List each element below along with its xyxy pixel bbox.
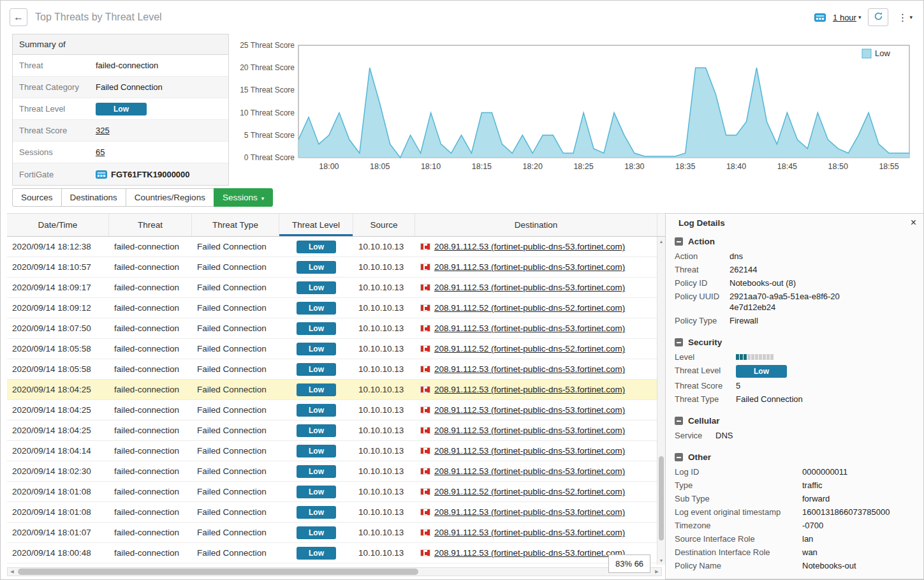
- legend-label-low[interactable]: Low: [875, 48, 890, 58]
- threat-level-badge: Low: [297, 343, 336, 355]
- column-header-threat[interactable]: Threat: [109, 214, 192, 236]
- more-menu-button[interactable]: ⋮ ▾: [895, 11, 914, 24]
- destination-link[interactable]: 208.91.112.53 (fortinet-public-dns-53.fo…: [434, 446, 625, 456]
- table-row[interactable]: 2020/09/14 18:01:08failed-connectionFail…: [7, 502, 665, 523]
- table-row[interactable]: 2020/09/14 18:04:25failed-connectionFail…: [7, 400, 665, 420]
- cell-source: 10.10.10.13: [353, 461, 415, 481]
- log-section-header[interactable]: Cellular: [675, 416, 915, 426]
- destination-link[interactable]: 208.91.112.52 (fortinet-public-dns-52.fo…: [434, 487, 625, 496]
- cell-threat-type: Failed Connection: [192, 502, 279, 522]
- table-row[interactable]: 2020/09/14 18:01:08failed-connectionFail…: [7, 482, 665, 502]
- summary-value: failed-connection: [96, 61, 158, 70]
- cell-destination: 208.91.112.52 (fortinet-public-dns-52.fo…: [415, 298, 657, 318]
- destination-link[interactable]: 208.91.112.53 (fortinet-public-dns-53.fo…: [434, 528, 625, 537]
- scrollbar-thumb[interactable]: [18, 569, 418, 575]
- log-section-header[interactable]: Action: [675, 237, 915, 246]
- cell-source: 10.10.10.13: [353, 380, 415, 399]
- meter-segment: [763, 354, 766, 360]
- destination-link[interactable]: 208.91.112.53 (fortinet-public-dns-53.fo…: [434, 262, 625, 272]
- close-icon[interactable]: ×: [911, 218, 916, 228]
- back-button[interactable]: ←: [10, 8, 27, 26]
- scroll-up-arrow[interactable]: ▲: [657, 237, 665, 246]
- scroll-right-arrow[interactable]: ▶: [652, 569, 661, 574]
- log-field-label: Service: [675, 430, 715, 441]
- column-header-threat-level[interactable]: Threat Level: [279, 214, 353, 236]
- destination-link[interactable]: 208.91.112.53 (fortinet-public-dns-53.fo…: [434, 364, 625, 374]
- column-header-a[interactable]: A: [657, 214, 665, 236]
- tab-countries-regions[interactable]: Countries/Regions: [126, 188, 214, 207]
- threat-level-badge: Low: [297, 445, 336, 457]
- x-axis-label: 18:25: [573, 162, 593, 171]
- tab-sessions[interactable]: Sessions▾: [214, 188, 273, 207]
- log-section-header[interactable]: Other: [675, 452, 915, 462]
- table-row[interactable]: 2020/09/14 18:07:50failed-connectionFail…: [7, 318, 665, 339]
- log-section-header[interactable]: Security: [675, 338, 915, 347]
- collapse-icon[interactable]: [675, 453, 683, 461]
- table-row[interactable]: 2020/09/14 18:09:12failed-connectionFail…: [7, 298, 665, 318]
- scrollbar-track[interactable]: [657, 246, 665, 556]
- cell-datetime: 2020/09/14 18:05:58: [7, 359, 109, 379]
- destination-link[interactable]: 208.91.112.53 (fortinet-public-dns-53.fo…: [434, 426, 625, 435]
- cell-source: 10.10.10.13: [353, 298, 415, 318]
- destination-link[interactable]: 208.91.112.53 (fortinet-public-dns-53.fo…: [434, 242, 625, 251]
- destination-link[interactable]: 208.91.112.53 (fortinet-public-dns-53.fo…: [434, 385, 625, 394]
- table-row[interactable]: 2020/09/14 18:10:57failed-connectionFail…: [7, 257, 665, 278]
- cell-source: 10.10.10.13: [353, 359, 415, 379]
- table-row[interactable]: 2020/09/14 18:00:48failed-connectionFail…: [7, 543, 665, 563]
- scrollbar-thumb[interactable]: [659, 456, 664, 540]
- destination-link[interactable]: 208.91.112.52 (fortinet-public-dns-52.fo…: [434, 303, 625, 313]
- column-header-date-time[interactable]: Date/Time: [7, 214, 109, 236]
- table-row[interactable]: 2020/09/14 18:04:14failed-connectionFail…: [7, 441, 665, 461]
- destination-link[interactable]: 208.91.112.53 (fortinet-public-dns-53.fo…: [434, 507, 625, 517]
- summary-link-threat-score[interactable]: 325: [96, 126, 110, 135]
- destination-link[interactable]: 208.91.112.52 (fortinet-public-dns-52.fo…: [434, 344, 625, 353]
- x-axis-label: 18:40: [726, 162, 746, 171]
- horizontal-scrollbar[interactable]: ◀ ▶: [7, 567, 662, 576]
- vertical-scrollbar[interactable]: ▲ ▼: [657, 237, 665, 565]
- cell-threat-type: Failed Connection: [192, 257, 279, 277]
- destination-link[interactable]: 208.91.112.53 (fortinet-public-dns-53.fo…: [434, 283, 625, 292]
- scroll-down-arrow[interactable]: ▼: [657, 556, 665, 565]
- column-header-threat-type[interactable]: Threat Type: [192, 214, 279, 236]
- destination-link[interactable]: 208.91.112.53 (fortinet-public-dns-53.fo…: [434, 548, 625, 558]
- column-header-destination[interactable]: Destination: [415, 214, 657, 236]
- destination-link[interactable]: 208.91.112.53 (fortinet-public-dns-53.fo…: [434, 405, 625, 415]
- tab-destinations[interactable]: Destinations: [61, 188, 126, 207]
- log-section-action: ActionActiondnsThreat262144Policy IDNote…: [666, 232, 924, 332]
- table-row[interactable]: 2020/09/14 18:05:58failed-connectionFail…: [7, 339, 665, 359]
- cell-threat-type: Failed Connection: [192, 339, 279, 359]
- threat-level-badge: Low: [297, 241, 336, 253]
- summary-link-sessions[interactable]: 65: [96, 147, 105, 157]
- log-field-timezone: Timezone-0700: [675, 520, 915, 531]
- table-row[interactable]: 2020/09/14 18:04:25failed-connectionFail…: [7, 420, 665, 441]
- threat-level-badge: Low: [297, 486, 336, 498]
- table-row[interactable]: 2020/09/14 18:01:07failed-connectionFail…: [7, 523, 665, 543]
- table-row[interactable]: 2020/09/14 18:02:30failed-connectionFail…: [7, 461, 665, 482]
- summary-label: Threat Level: [19, 104, 96, 114]
- log-field-value: Notebooks-out: [802, 560, 856, 571]
- log-field-level: Level: [675, 352, 915, 362]
- destination-link[interactable]: 208.91.112.53 (fortinet-public-dns-53.fo…: [434, 466, 625, 476]
- pagination-indicator: 83% 66: [608, 554, 650, 573]
- cell-threat: failed-connection: [109, 318, 192, 338]
- collapse-icon[interactable]: [675, 338, 683, 346]
- tab-sources[interactable]: Sources: [12, 188, 62, 207]
- fortigate-name[interactable]: FGT61FTK19000000: [111, 170, 190, 179]
- time-range-dropdown[interactable]: 1 hour ▾: [833, 13, 861, 22]
- refresh-button[interactable]: [868, 8, 888, 26]
- scroll-left-arrow[interactable]: ◀: [8, 569, 17, 574]
- cell-destination: 208.91.112.53 (fortinet-public-dns-53.fo…: [415, 318, 657, 338]
- collapse-icon[interactable]: [675, 417, 683, 425]
- table-row[interactable]: 2020/09/14 18:04:25failed-connectionFail…: [7, 380, 665, 400]
- column-header-source[interactable]: Source: [353, 214, 415, 236]
- summary-row-sessions: Sessions65: [13, 142, 228, 163]
- destination-link[interactable]: 208.91.112.53 (fortinet-public-dns-53.fo…: [434, 323, 625, 333]
- fortigate-icon: [96, 170, 107, 179]
- table-row[interactable]: 2020/09/14 18:05:58failed-connectionFail…: [7, 359, 665, 380]
- scrollbar-track[interactable]: [17, 568, 652, 576]
- x-axis-label: 18:45: [777, 162, 797, 171]
- log-field-value: 2921aa70-a9a5-51ea-e8f6-204e7d12eb24: [730, 291, 842, 313]
- table-row[interactable]: 2020/09/14 18:09:17failed-connectionFail…: [7, 278, 665, 298]
- collapse-icon[interactable]: [675, 237, 683, 246]
- table-row[interactable]: 2020/09/14 18:12:38failed-connectionFail…: [7, 237, 665, 257]
